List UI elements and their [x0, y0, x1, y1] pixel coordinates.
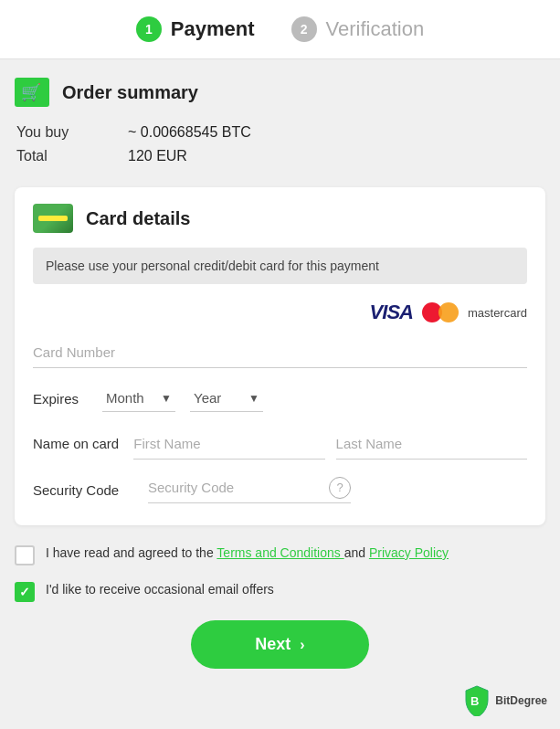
- security-row: Security Code ?: [33, 476, 527, 503]
- month-select[interactable]: Month 010203 040506 070809 101112: [102, 385, 175, 412]
- card-details-section: Card details Please use your personal cr…: [15, 187, 545, 525]
- year-select-wrapper: Year 202420252026 202720282029 2030 ▼: [190, 385, 263, 412]
- card-icon: [33, 204, 73, 233]
- bitdegree-badge: B BitDegree: [464, 685, 547, 716]
- card-number-input[interactable]: [33, 337, 527, 368]
- month-select-wrapper: Month 010203 040506 070809 101112 ▼: [102, 385, 175, 412]
- main-content: 🛒 Order summary You buy ~ 0.00668545 BTC…: [0, 59, 560, 705]
- name-row: Name on card: [33, 428, 527, 460]
- buy-value: ~ 0.00668545 BTC: [128, 122, 544, 143]
- svg-text:B: B: [470, 694, 479, 708]
- bitdegree-brand-name: BitDegree: [495, 694, 547, 707]
- order-row-total: Total 120 EUR: [16, 145, 544, 167]
- next-button-label: Next: [255, 635, 291, 654]
- email-offers-checkbox[interactable]: [15, 582, 35, 602]
- card-stripe: [38, 216, 68, 221]
- steps-header: 1 Payment 2 Verification: [0, 0, 560, 59]
- step-2-circle: 2: [291, 16, 317, 42]
- buy-label: You buy: [16, 122, 126, 143]
- last-name-input[interactable]: [336, 428, 527, 460]
- terms-between-text: and: [344, 545, 369, 560]
- name-inputs: [133, 428, 527, 460]
- total-label: Total: [16, 145, 126, 167]
- first-name-input[interactable]: [133, 428, 324, 460]
- step-1-label: Payment: [171, 17, 255, 41]
- terms-checkbox-row: I have read and agreed to the Terms and …: [15, 544, 545, 565]
- expires-label: Expires: [33, 391, 88, 407]
- email-offers-checkbox-row: I'd like to receive occasional email off…: [15, 580, 545, 602]
- terms-text: I have read and agreed to the Terms and …: [46, 544, 449, 563]
- next-button-wrap: Next ›: [15, 620, 545, 669]
- security-input-wrap: ?: [148, 476, 351, 503]
- cart-icon: 🛒: [15, 78, 49, 107]
- card-details-title: Card details: [86, 208, 190, 229]
- card-logos: VISA mastercard: [33, 301, 527, 324]
- terms-checkbox[interactable]: [15, 545, 35, 565]
- security-code-label: Security Code: [33, 482, 133, 498]
- email-offers-text: I'd like to receive occasional email off…: [46, 580, 274, 599]
- visa-logo: VISA: [370, 301, 413, 324]
- order-table: You buy ~ 0.00668545 BTC Total 120 EUR: [15, 120, 545, 169]
- privacy-link[interactable]: Privacy Policy: [369, 545, 449, 560]
- order-row-buy: You buy ~ 0.00668545 BTC: [16, 122, 544, 143]
- next-chevron-icon: ›: [300, 637, 304, 653]
- security-code-input[interactable]: [148, 476, 322, 499]
- next-button[interactable]: Next ›: [191, 620, 368, 669]
- terms-before-text: I have read and agreed to the: [46, 545, 217, 560]
- step-verification: 2 Verification: [291, 16, 425, 42]
- expires-row: Expires Month 010203 040506 070809 10111…: [33, 385, 527, 412]
- card-section-header: Card details: [33, 204, 527, 233]
- name-on-card-label: Name on card: [33, 428, 119, 451]
- security-code-help-button[interactable]: ?: [329, 477, 351, 499]
- year-select[interactable]: Year 202420252026 202720282029 2030: [190, 385, 263, 412]
- step-payment: 1 Payment: [136, 16, 255, 42]
- order-summary-title: Order summary: [62, 82, 198, 103]
- svg-text:🛒: 🛒: [21, 82, 42, 102]
- mc-orange-circle: [438, 302, 459, 322]
- mastercard-logo: mastercard: [422, 302, 527, 322]
- step-1-circle: 1: [136, 16, 162, 42]
- order-summary-header: 🛒 Order summary: [15, 78, 545, 107]
- total-value: 120 EUR: [128, 145, 544, 167]
- step-2-label: Verification: [326, 17, 425, 41]
- card-notice: Please use your personal credit/debit ca…: [33, 248, 527, 284]
- shield-icon: B: [464, 685, 490, 716]
- terms-link[interactable]: Terms and Conditions: [217, 545, 343, 560]
- help-icon: ?: [336, 481, 343, 494]
- mc-label: mastercard: [468, 306, 527, 320]
